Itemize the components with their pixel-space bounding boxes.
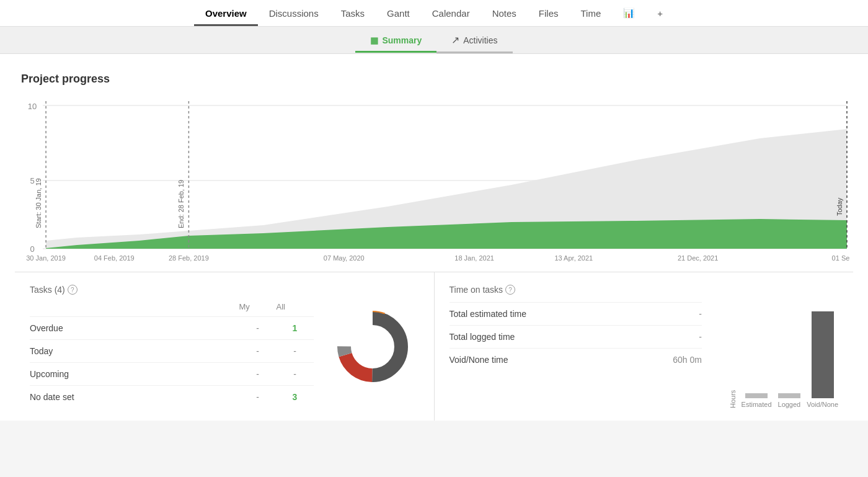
svg-text:28 Feb, 2019: 28 Feb, 2019	[169, 254, 209, 262]
activities-icon: ↗	[451, 34, 459, 46]
bar-chart-inner: Estimated Logged Void/None	[742, 315, 838, 408]
nav-item-plus[interactable]: +	[646, 1, 674, 26]
donut-chart-svg	[332, 306, 413, 387]
svg-text:18 Jan, 2021: 18 Jan, 2021	[454, 254, 494, 262]
top-nav: Overview Discussions Tasks Gantt Calenda…	[0, 0, 868, 27]
bar-logged	[778, 393, 800, 398]
tasks-col-headers: My All	[30, 302, 314, 311]
svg-text:01 Se: 01 Se	[832, 254, 850, 262]
chart-section: Project progress 10 5 0 Start: 30 Jan, 1…	[15, 66, 853, 272]
time-val-void: 60h 0m	[673, 355, 702, 365]
main-content: Project progress 10 5 0 Start: 30 Jan, 1…	[0, 54, 868, 421]
task-my-upcoming: -	[239, 369, 277, 379]
bar-label-void: Void/None	[807, 401, 838, 408]
nav-item-files[interactable]: Files	[528, 1, 570, 26]
nav-item-chart-icon[interactable]: 📊	[612, 0, 646, 26]
bar-void	[812, 311, 834, 398]
nav-item-discussions[interactable]: Discussions	[258, 1, 330, 26]
bar-group-void: Void/None	[807, 311, 838, 408]
task-all-overdue: 1	[277, 323, 314, 333]
time-row-estimated: Total estimated time -	[450, 302, 702, 325]
donut-container	[326, 285, 419, 408]
task-all-no-date: 3	[277, 392, 314, 402]
svg-text:End: 28 Feb, 19: End: 28 Feb, 19	[177, 180, 185, 228]
bar-group-logged: Logged	[778, 393, 801, 408]
nav-item-calendar[interactable]: Calendar	[421, 1, 481, 26]
bar-group-estimated: Estimated	[742, 393, 772, 408]
nav-item-gantt[interactable]: Gantt	[376, 1, 421, 26]
svg-text:5: 5	[30, 176, 34, 185]
chart-svg: 10 5 0 Start: 30 Jan, 19 End: 28 Feb, 19	[15, 92, 853, 265]
time-val-logged: -	[699, 332, 702, 342]
sub-nav-activities[interactable]: ↗ Activities	[436, 27, 512, 53]
svg-text:30 Jan, 2019: 30 Jan, 2019	[26, 254, 66, 262]
task-my-today: -	[239, 346, 277, 356]
tasks-header: Tasks (4) ?	[30, 285, 314, 295]
task-row-overdue: Overdue - 1	[30, 316, 314, 339]
time-label-void: Void/None time	[450, 355, 508, 365]
summary-icon: ▦	[370, 35, 378, 45]
nav-items: Overview Discussions Tasks Gantt Calenda…	[194, 0, 674, 26]
summary-label: Summary	[382, 35, 422, 45]
svg-text:0: 0	[30, 244, 34, 254]
time-row-logged: Total logged time -	[450, 325, 702, 348]
panel-left: Tasks (4) ? My All Overdue - 1 Today - -	[15, 272, 435, 421]
task-label-overdue: Overdue	[30, 323, 239, 333]
nav-item-overview[interactable]: Overview	[194, 1, 258, 26]
tasks-table: Tasks (4) ? My All Overdue - 1 Today - -	[30, 285, 314, 408]
tasks-title: Tasks (4)	[30, 285, 65, 295]
time-label-estimated: Total estimated time	[450, 309, 527, 319]
tasks-help-icon[interactable]: ?	[68, 285, 78, 295]
nav-item-notes[interactable]: Notes	[481, 1, 528, 26]
time-row-void: Void/None time 60h 0m	[450, 348, 702, 371]
hours-axis-label: Hours	[729, 315, 737, 408]
task-label-upcoming: Upcoming	[30, 369, 239, 379]
svg-point-23	[353, 327, 392, 367]
chart-container: 10 5 0 Start: 30 Jan, 19 End: 28 Feb, 19	[15, 92, 853, 265]
time-title: Time on tasks	[450, 285, 503, 295]
task-label-no-date: No date set	[30, 392, 239, 402]
task-all-today: -	[277, 346, 314, 356]
time-label-logged: Total logged time	[450, 332, 515, 342]
task-row-today: Today - -	[30, 339, 314, 362]
task-label-today: Today	[30, 346, 239, 356]
svg-text:10: 10	[28, 102, 37, 111]
bar-chart-wrapper: Hours Estimated Logged Void/None	[729, 315, 838, 408]
svg-text:04 Feb, 2019: 04 Feb, 2019	[94, 254, 135, 262]
bar-label-logged: Logged	[778, 401, 801, 408]
time-help-icon[interactable]: ?	[505, 285, 515, 295]
bar-chart-container: Hours Estimated Logged Void/None	[714, 285, 838, 408]
col-header-label	[30, 302, 239, 311]
svg-text:07 May, 2020: 07 May, 2020	[324, 254, 365, 262]
sub-nav: ▦ Summary ↗ Activities	[0, 27, 868, 54]
col-header-my: My	[239, 302, 277, 311]
svg-text:Today: Today	[836, 197, 843, 216]
panel-right: Time on tasks ? Total estimated time - T…	[435, 272, 854, 421]
svg-text:21 Dec, 2021: 21 Dec, 2021	[678, 254, 718, 262]
time-val-estimated: -	[699, 309, 702, 319]
sub-nav-summary[interactable]: ▦ Summary	[355, 28, 436, 53]
chart-title: Project progress	[15, 73, 853, 86]
nav-item-tasks[interactable]: Tasks	[330, 1, 376, 26]
time-header: Time on tasks ?	[450, 285, 702, 295]
svg-text:Start: 30 Jan, 19: Start: 30 Jan, 19	[35, 178, 42, 228]
task-my-no-date: -	[239, 392, 277, 402]
bottom-panels: Tasks (4) ? My All Overdue - 1 Today - -	[15, 272, 853, 421]
bar-label-estimated: Estimated	[742, 401, 772, 408]
task-my-overdue: -	[239, 323, 277, 333]
task-row-upcoming: Upcoming - -	[30, 362, 314, 385]
activities-label: Activities	[463, 35, 497, 45]
task-all-upcoming: -	[277, 369, 314, 379]
svg-text:13 Apr, 2021: 13 Apr, 2021	[554, 254, 593, 262]
col-header-all: All	[277, 302, 314, 311]
bar-estimated	[745, 393, 768, 398]
time-table: Time on tasks ? Total estimated time - T…	[450, 285, 702, 408]
task-row-no-date: No date set - 3	[30, 385, 314, 408]
nav-item-time[interactable]: Time	[569, 1, 612, 26]
